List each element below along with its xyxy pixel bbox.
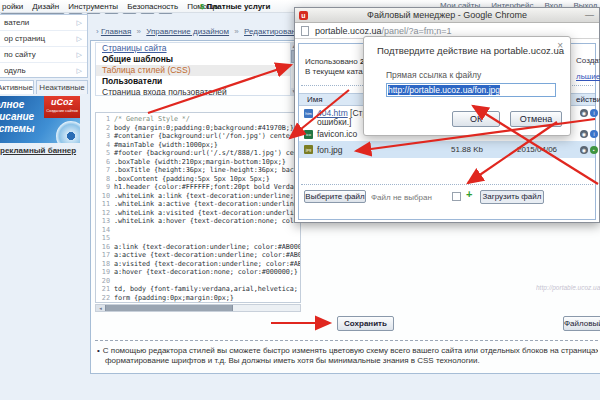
line-number: 17 <box>96 251 110 260</box>
sidebar-menu-item[interactable]: ватели ▷ <box>0 15 87 31</box>
admin-main-menu: ройкиДизайнИнструментыБезопасностьПомощь <box>2 2 218 11</box>
template-list-item[interactable]: Страница входа пользователей <box>96 87 297 96</box>
chevron-right-icon: ▷ <box>77 63 82 79</box>
no-file-chosen-label: Файл не выбран <box>371 193 432 202</box>
dialog-title: Подтвердите действие на portable.ucoz.ua <box>377 45 564 56</box>
line-number: 7 <box>96 166 110 175</box>
line-number: 3 <box>96 132 110 141</box>
line-number: 5 <box>96 149 110 158</box>
divider <box>95 340 598 341</box>
code-line: 6 .boxTable {width:210px;margin-bottom:1… <box>96 158 300 167</box>
code-line: 10 .whiteLink a:link {text-decoration:un… <box>96 192 300 201</box>
line-number: 9 <box>96 183 110 192</box>
divider <box>301 184 593 185</box>
ucoz-logo: uCoz Создание сайтов <box>44 96 80 118</box>
sidebar-item-label: по сайту <box>4 50 36 59</box>
chevron-right-icon: ▷ <box>77 15 82 31</box>
line-number: 20 <box>96 277 110 286</box>
info-icon[interactable]: i <box>590 109 598 117</box>
breadcrumb-arrow-icon: › <box>96 27 99 36</box>
column-name: Имя <box>307 94 323 106</box>
sidebar-menu-item[interactable]: по сайту ▷ <box>0 47 87 63</box>
scroll-left-icon[interactable]: ◂ <box>96 305 105 311</box>
chevron-right-icon: ▷ <box>77 31 82 47</box>
add-upload-icon[interactable]: + <box>466 188 472 200</box>
code-line: 18 a:visited {text-decoration:underline;… <box>96 260 300 269</box>
cancel-button[interactable]: Отмена <box>510 111 562 127</box>
line-number: 6 <box>96 158 110 167</box>
paid-services-item[interactable]: $Платные услуги <box>200 2 270 11</box>
minimize-icon[interactable]: — <box>585 8 594 23</box>
css-code-editor[interactable]: 1 /* General Style */ 2 body {margin:0;p… <box>95 112 301 303</box>
menu-item[interactable]: Инструменты <box>68 2 118 11</box>
tab-active-modules[interactable]: Активные <box>0 80 34 94</box>
code-line: 3 #contanier {background:url('/fon.jpg')… <box>96 132 300 141</box>
line-number: 13 <box>96 217 110 226</box>
template-list: Страницы сайтаОбщие шаблоныТаблица стиле… <box>95 42 298 96</box>
chevron-right-icon: ▷ <box>77 47 82 63</box>
site-favicon: u <box>299 11 308 20</box>
banner-caption-link[interactable]: рекламный баннер <box>0 146 86 155</box>
code-line: 8 .boxContent {padding:5px 5px 10px 5px;… <box>96 175 300 184</box>
code-line: 11 .whiteLink a:active {text-decoration:… <box>96 200 300 209</box>
overwrite-checkbox[interactable] <box>452 192 461 201</box>
chrome-title-bar[interactable]: u Файловый менеджер - Google Chrome — <box>295 8 599 23</box>
code-line: 2 body {margin:0;padding:0;background:#4… <box>96 124 300 133</box>
direct-link-input[interactable]: http://portable.ucoz.ua/fon.jpg <box>386 83 556 97</box>
code-line: 12 .whiteLink a:visited {text-decoration… <box>96 209 300 218</box>
ico-file-icon: ico <box>304 130 313 139</box>
line-number: 12 <box>96 209 110 218</box>
menu-item[interactable]: Дизайн <box>32 2 59 11</box>
line-number: 2 <box>96 124 110 133</box>
line-number: 19 <box>96 268 110 277</box>
sidebar-menu-item[interactable]: ор страниц ▷ <box>0 31 87 47</box>
help-note: •С помощью редактора стилей вы сможете б… <box>97 346 598 366</box>
upload-file-button[interactable]: Загрузить файл <box>480 190 544 204</box>
file-manager-bottom-button[interactable]: Файловый менеджер <box>563 316 600 331</box>
code-line: 4 #mainTable {width:1000px;} <box>96 141 300 150</box>
column-action: ействие <box>576 94 600 106</box>
choose-file-button[interactable]: Выберите файл <box>304 190 366 203</box>
line-number: 14 <box>96 226 110 235</box>
line-number: 4 <box>96 141 110 150</box>
sidebar-item-label: ватели <box>4 18 29 27</box>
template-list-item[interactable]: Пользователи <box>96 76 297 87</box>
line-number: 11 <box>96 200 110 209</box>
breadcrumb-design[interactable]: Управление дизайном <box>146 27 229 36</box>
save-button[interactable]: Сохранить <box>337 316 394 331</box>
menu-item[interactable]: Безопасность <box>127 2 178 11</box>
quota-used: Использовано 27 <box>305 57 365 66</box>
template-list-item[interactable]: Страницы сайта <box>96 43 297 54</box>
sidebar-menu-item[interactable]: одуль ▷ <box>0 63 87 79</box>
menu-item[interactable]: ройки <box>2 2 23 11</box>
screenshot-root: ройкиДизайнИнструментыБезопасностьПомощь… <box>0 0 600 400</box>
breadcrumb-home[interactable]: Главная <box>101 27 131 36</box>
file-actions: ◉ i <box>580 109 598 117</box>
sidebar-item-label: одуль <box>4 66 26 75</box>
view-icon[interactable]: ◉ <box>580 146 588 154</box>
jpg-file-icon: jpg <box>304 145 313 154</box>
info-icon[interactable]: i <box>590 130 598 138</box>
scrollbar-thumb[interactable] <box>105 305 233 311</box>
htm-file-icon: htm <box>304 109 313 118</box>
template-list-item[interactable]: Общие шаблоны <box>96 54 297 65</box>
save-icon[interactable]: ▪ <box>590 146 598 154</box>
code-line: 16 a:link {text-decoration:underline; co… <box>96 243 300 252</box>
window-title: Файловый менеджер - Google Chrome <box>367 10 527 20</box>
code-line: 1 /* General Style */ <box>96 115 300 124</box>
code-line: 5 #footer {background:url('/.s/t/888/1.j… <box>96 149 300 158</box>
file-row-fon-jpg[interactable]: jpg fon.jpg 51.88 Kb 2015/04/06 ◉ ▪ i <box>299 141 595 158</box>
create-link[interactable]: Создать <box>576 56 600 65</box>
view-icon[interactable]: ◉ <box>580 109 588 117</box>
view-icon[interactable]: ◉ <box>580 130 588 138</box>
template-list-item[interactable]: Таблица стилей (CSS) <box>96 65 297 76</box>
tab-inactive-modules[interactable]: Неактивные <box>36 80 88 94</box>
url-host: portable.ucoz.ua <box>315 26 382 36</box>
ucoz-ad-banner[interactable]: Полное описание системы uCoz Создание са… <box>0 96 80 143</box>
ok-button[interactable]: ОК <box>452 111 500 127</box>
code-horizontal-scrollbar[interactable]: ◂ <box>95 304 301 312</box>
url-path: /panel/?a=fm;n=1 <box>382 26 452 36</box>
upload-big-files-link[interactable]: льшие ф <box>576 72 600 81</box>
close-icon[interactable]: × <box>557 40 563 51</box>
code-line: 9 h1.header {color:#FFFFFF;font:20pt bol… <box>96 183 300 192</box>
